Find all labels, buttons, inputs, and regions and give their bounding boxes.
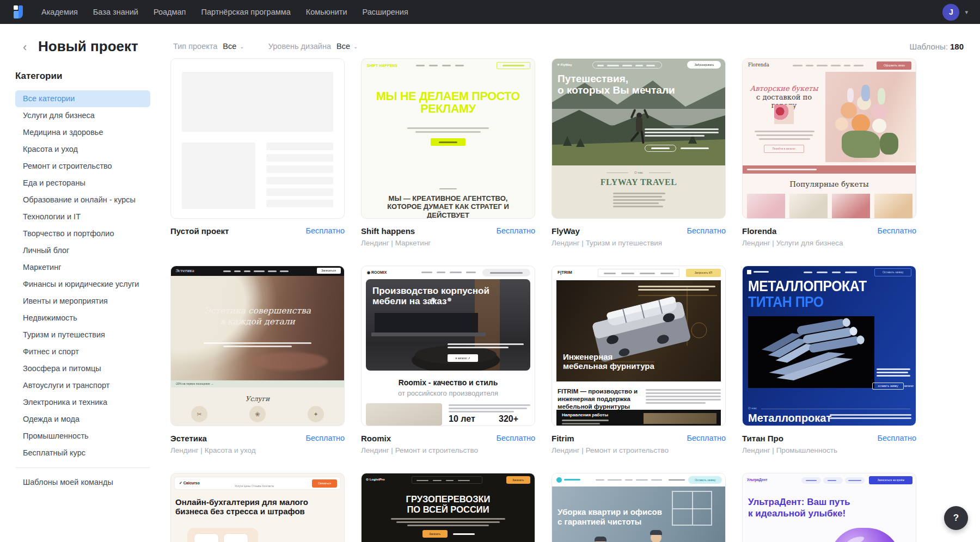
sidebar-item-business-services[interactable]: Услуги для бизнеса (15, 107, 150, 124)
thumb-secondary-button: в каталог ↗ (448, 354, 478, 362)
sidebar-item-finance-legal[interactable]: Финансы и юридические услуги (15, 276, 150, 293)
topnav-item-knowledge-base[interactable]: База знаний (93, 8, 138, 16)
topnav-item-academy[interactable]: Академия (41, 8, 78, 16)
sidebar-item-medicine[interactable]: Медицина и здоровье (15, 124, 150, 141)
decor (636, 479, 648, 481)
topnav-item-extensions[interactable]: Расширения (362, 8, 408, 16)
template-card-blank: Пустой проект Бесплатно (170, 58, 345, 266)
decor (268, 270, 277, 272)
templates-count: Шаблоны:180 (909, 42, 964, 51)
sidebar-item-personal-blog[interactable]: Личный блог (15, 242, 150, 259)
decor (877, 375, 910, 377)
template-thumb-flyway[interactable]: ✈ FlyWay Забронировать Путешествия,о кот… (552, 58, 726, 219)
thumb-headline: ГРУЗОПЕРЕВОЗКИПО ВСЕЙ РОССИИ (362, 494, 535, 515)
sidebar-item-food[interactable]: Еда и рестораны (15, 175, 150, 192)
filters-bar: Тип проекта Все ⌄ Уровень дизайна Все ⌄ … (173, 40, 964, 52)
thumb-logo: F|TRIM (558, 270, 572, 275)
sidebar-item-education[interactable]: Образование и онлайн - курсы (15, 192, 150, 208)
decor (877, 372, 908, 373)
thumb-about-heading: FITRIM — производство и инженерная подде… (558, 388, 640, 410)
sidebar-item-free-course[interactable]: Бесплатный курс (15, 445, 150, 461)
project-type-chevron-down-icon[interactable]: ⌄ (240, 44, 244, 50)
thumb-mini-photo (774, 104, 794, 124)
sidebar-item-team-templates[interactable]: Шаблоны моей команды (15, 474, 150, 491)
sidebar-item-pets[interactable]: Зоосфера и питомцы (15, 360, 150, 377)
design-level-chevron-down-icon[interactable]: ⌄ (353, 44, 358, 50)
decor (645, 128, 719, 130)
thumb-cta-button: Запросить КП (686, 269, 721, 277)
template-thumb-fitrim[interactable]: F|TRIM Запросить КП (552, 266, 726, 426)
sidebar-item-tech-it[interactable]: Технологии и IT (15, 208, 150, 225)
decor (266, 143, 333, 150)
design-level-filter-value[interactable]: Все (336, 42, 350, 51)
template-title: Shift happens (361, 226, 431, 236)
sidebar-item-auto[interactable]: Автоуслуги и транспорт (15, 377, 150, 394)
decor (638, 289, 709, 291)
decor (755, 131, 814, 132)
sidebar-item-all-categories[interactable]: Все категории (15, 90, 150, 107)
decor (234, 270, 241, 272)
decor (806, 65, 813, 66)
decor (669, 479, 685, 481)
thumb-cta-button: Заказать (506, 476, 530, 484)
back-button[interactable]: ‹ (23, 41, 27, 53)
template-thumb-logistpro[interactable]: ⊙ LogistPro Заказать ГРУЗОПЕРЕВОЗКИПО ВС… (361, 473, 535, 542)
thumb-gallery-photo (789, 194, 828, 218)
thumb-cta-button: Забронировать (687, 61, 721, 69)
sidebar-item-marketing[interactable]: Маркетинг (15, 259, 150, 276)
thumb-services-section: Услуги ✂ ❀ ✦ (171, 387, 344, 426)
decor (651, 147, 670, 149)
decor (646, 396, 721, 397)
sidebar-item-beauty[interactable]: Красота и уход (15, 141, 150, 158)
sidebar-item-electronics[interactable]: Электроника и техника (15, 394, 150, 411)
decor (842, 131, 880, 158)
decor (793, 65, 803, 66)
template-thumb-estetika[interactable]: Эстетика Записаться Эстетика совершенств… (170, 266, 345, 426)
app-logo-icon[interactable] (12, 5, 26, 19)
template-thumb-shift-happens[interactable]: SHIFT HAPPENS МЫ НЕ ДЕЛАЕМ ПРОСТОРЕКЛАМУ… (361, 58, 535, 219)
thumb-about-label: О нас (748, 406, 757, 410)
decor: бизнеса без стресса и штрафов (175, 507, 305, 516)
decor (458, 480, 470, 482)
template-thumb-ultradent[interactable]: УльтраДент Записаться на приём УльтраДен… (742, 473, 916, 542)
sidebar-item-fashion[interactable]: Одежда и мода (15, 411, 150, 428)
template-category: Лендинг | Ремонт и строительство (552, 446, 669, 454)
template-price: Бесплатно (687, 434, 726, 454)
template-thumb-blank[interactable] (170, 58, 345, 219)
template-thumb-florenda[interactable]: Florenda Оформить заказ Авторские (742, 58, 916, 219)
template-thumb-roomix[interactable]: ◉ ROOMIX Производство корпусноймебели на… (361, 266, 535, 426)
project-type-filter-value[interactable]: Все (223, 42, 236, 51)
sidebar-item-creative[interactable]: Творчество и портфолио (15, 225, 150, 242)
decor (759, 316, 869, 385)
decor (182, 143, 255, 209)
decor (613, 199, 665, 201)
help-button[interactable]: ? (944, 506, 968, 530)
topnav-item-partner-program[interactable]: Партнёрская программа (201, 8, 290, 16)
avatar-chevron-down-icon[interactable]: ▾ (965, 9, 968, 16)
decor (861, 85, 870, 101)
decor (442, 65, 451, 66)
thumb-section-heading: Популярные букеты (743, 180, 916, 188)
decor (446, 480, 454, 482)
thumb-headline: Путешествия,о которых Вы мечтали (558, 73, 675, 96)
topnav-item-community[interactable]: Комьюнити (306, 8, 347, 16)
template-thumb-titan-pro[interactable]: Оставить заявку МЕТАЛЛОПРОКАТ ТИТАН ПРО (742, 266, 916, 426)
thumb-logo: Florenda (748, 62, 769, 67)
template-thumb-cleaning[interactable]: Уборка квартир и офисовс гарантией чисто… (552, 473, 726, 542)
templates-count-value: 180 (950, 42, 964, 51)
thumb-hero-photo (171, 276, 344, 380)
thumb-about-section: О нас FLYWAY TRAVEL (552, 165, 725, 218)
user-avatar[interactable]: J (942, 4, 959, 21)
sidebar-item-fitness[interactable]: Фитнес и спорт (15, 343, 150, 360)
template-thumb-calcurso[interactable]: ✓ Calcurso Услуги Цены Отзывы Контакты С… (170, 473, 345, 542)
thumb-about-text: МЫ — КРЕАТИВНОЕ АГЕНТСТВО, КОТОРОЕ ДУМАЕ… (375, 194, 522, 219)
sidebar-item-travel[interactable]: Туризм и путешествия (15, 327, 150, 343)
decor: Пустой проект (170, 226, 229, 236)
sidebar-item-repair[interactable]: Ремонт и строительство (15, 158, 150, 175)
top-navigation-bar: Академия База знаний Роадмап Партнёрская… (0, 0, 980, 24)
topnav-item-roadmap[interactable]: Роадмап (154, 8, 186, 16)
sidebar-item-real-estate[interactable]: Недвижимость (15, 310, 150, 327)
sidebar-item-events[interactable]: Ивенты и мероприятия (15, 293, 150, 310)
sidebar-item-industry[interactable]: Промышленность (15, 428, 150, 445)
thumb-headline: Уборка квартир и офисовс гарантией чисто… (558, 507, 662, 527)
